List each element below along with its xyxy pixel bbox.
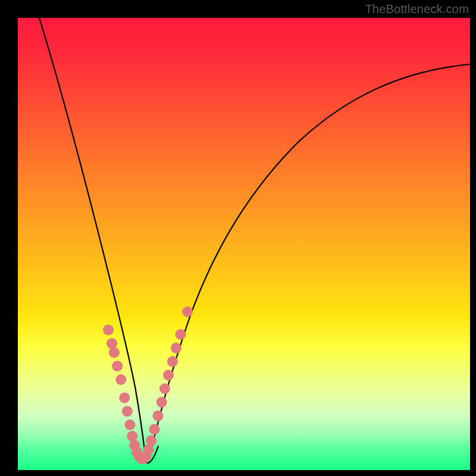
curve-marker xyxy=(109,347,120,358)
curve-marker xyxy=(125,419,136,430)
bottleneck-curve-left xyxy=(39,18,145,455)
curve-marker xyxy=(103,324,114,335)
curve-marker xyxy=(122,406,133,416)
marker-layer xyxy=(103,306,193,464)
curve-marker xyxy=(153,411,164,421)
bottleneck-curve-right xyxy=(150,64,470,455)
curve-marker xyxy=(143,444,154,455)
curve-marker xyxy=(119,392,130,403)
curve-marker xyxy=(182,306,193,317)
watermark-text: TheBottleneck.com xyxy=(365,2,469,16)
curve-marker xyxy=(115,374,126,385)
curve-marker xyxy=(112,361,123,371)
curve-marker xyxy=(167,356,178,367)
curve-marker xyxy=(107,338,117,349)
curve-marker xyxy=(159,383,170,394)
curve-marker xyxy=(163,369,174,380)
curve-marker xyxy=(149,424,160,435)
curve-marker xyxy=(156,397,167,408)
chart-svg xyxy=(18,18,470,470)
curve-marker xyxy=(127,431,137,441)
curve-layer xyxy=(39,18,470,463)
curve-marker xyxy=(171,343,181,353)
curve-marker xyxy=(176,329,186,340)
outer-frame: TheBottleneck.com xyxy=(0,0,476,476)
curve-marker xyxy=(146,436,156,446)
